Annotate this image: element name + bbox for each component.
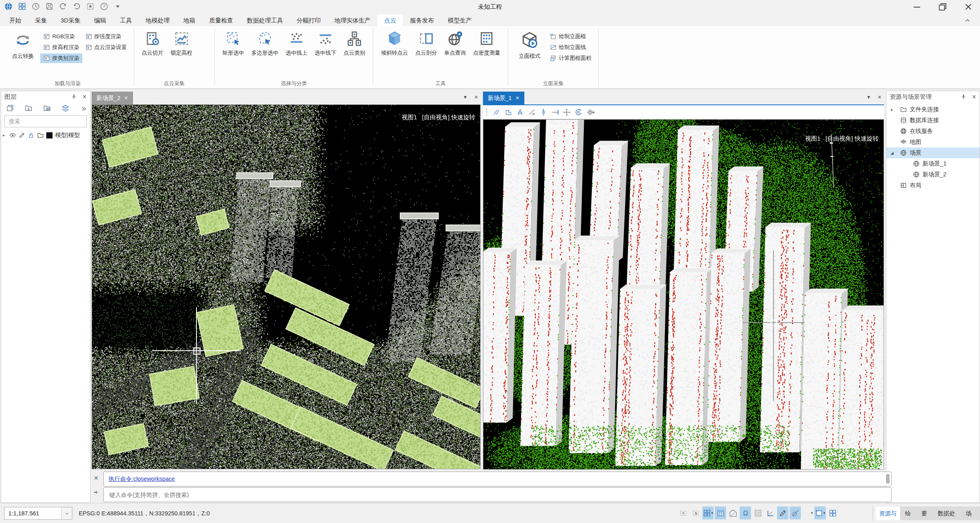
ribbon-tool-button[interactable]: 倾斜转点云	[377, 29, 412, 57]
expander-icon[interactable]: ▸	[3, 133, 7, 137]
quick-toolbar-icon[interactable]	[113, 2, 122, 11]
pin-icon[interactable]	[960, 94, 967, 100]
expander-icon[interactable]: ▸	[890, 107, 894, 112]
ribbon-tool-button[interactable]: 点云剖分	[412, 29, 441, 57]
restore-icon[interactable]	[935, 2, 950, 12]
menu-tab[interactable]: 3D采集	[54, 14, 87, 26]
facade-mode-button[interactable]: 立面模式	[512, 29, 547, 60]
menu-tab[interactable]: 地模处理	[139, 14, 176, 26]
tool-dropdown-caret[interactable]: ▾	[593, 110, 595, 114]
dock-tab[interactable]: 数据处	[933, 510, 961, 517]
chevron-down-icon[interactable]	[82, 118, 83, 124]
ribbon-tool-button[interactable]: 多边形选中	[248, 29, 282, 57]
tab-menu-caret-icon[interactable]: ▼	[463, 94, 468, 100]
statusbar-tool-icon[interactable]	[715, 507, 726, 519]
statusbar-tool-icon[interactable]	[765, 507, 776, 519]
menu-tab[interactable]: 服务发布	[403, 14, 441, 26]
tool-dropdown-caret[interactable]: ▾	[711, 511, 713, 515]
ribbon-small-button[interactable]: RGB渲染	[40, 32, 82, 41]
menu-tab[interactable]: 开始	[2, 14, 28, 26]
command-history-link[interactable]: 执行命令:closeworkspace	[108, 475, 175, 483]
color-swatch[interactable]	[46, 132, 53, 139]
ribbon-small-button[interactable]: 点云渲染设置	[82, 43, 130, 52]
command-close-icon[interactable]: ✕	[94, 475, 98, 481]
quick-toolbar-icon[interactable]	[59, 2, 68, 11]
command-input[interactable]	[108, 491, 886, 498]
menu-tab[interactable]: 地籍	[176, 14, 202, 26]
edit-tool-icon[interactable]	[516, 108, 524, 116]
dock-tab[interactable]: 场	[960, 510, 977, 517]
tab-close-icon[interactable]: ✕	[124, 95, 128, 101]
ribbon-small-button[interactable]: 按强度渲染	[82, 32, 130, 41]
ribbon-tool-button[interactable]: 点密度测量	[470, 29, 504, 57]
ribbon-tool-button[interactable]: 矩形选中	[219, 29, 248, 57]
minimize-icon[interactable]	[909, 2, 925, 12]
tree-row[interactable]: 布局	[886, 180, 980, 191]
statusbar-tool-icon[interactable]	[827, 507, 838, 519]
tree-row[interactable]: ◢ 场景	[886, 147, 980, 158]
tree-row[interactable]: 数据库连接	[886, 115, 980, 126]
ribbon-small-button[interactable]: 绘制立面框	[547, 32, 594, 41]
ribbon-tool-button[interactable]: 点云类别	[340, 29, 369, 57]
edit-tool-icon[interactable]	[493, 108, 501, 116]
dock-tab-resources[interactable]: 资源与	[876, 507, 900, 520]
close-icon[interactable]: ✕	[972, 94, 976, 100]
tree-row[interactable]: 地图	[886, 137, 980, 147]
eye-icon[interactable]	[9, 132, 16, 139]
tree-row[interactable]: ▸ 文件夹连接	[886, 104, 980, 115]
ribbon-collapse-icon[interactable]	[964, 17, 971, 24]
tree-row[interactable]: 新场景_1	[886, 158, 980, 169]
menu-tab[interactable]: 模型生产	[441, 14, 479, 26]
tab-close-icon[interactable]: ✕	[516, 95, 520, 101]
tool-dropdown-caret[interactable]: ▾	[823, 511, 825, 515]
tree-row[interactable]: 在线服务	[886, 126, 980, 137]
viewport-tab-scene1[interactable]: 新场景_1 ✕	[483, 92, 524, 104]
expander-icon[interactable]: ◢	[890, 151, 894, 155]
layers-toolbar-icon[interactable]	[25, 104, 33, 112]
menu-tab[interactable]: 地理实体生产	[327, 14, 377, 26]
edit-tool-icon[interactable]	[528, 108, 536, 116]
edit-tool-icon[interactable]	[539, 108, 548, 116]
menu-tab[interactable]: 数据处理工具	[240, 14, 290, 26]
lock-icon[interactable]	[28, 132, 35, 139]
viewport-tab-scene2[interactable]: 新场景_2 ✕	[92, 92, 133, 104]
statusbar-tool-icon[interactable]: ▾	[702, 507, 714, 519]
viewport-close-icon[interactable]: ✕	[474, 94, 478, 100]
layers-search-input[interactable]	[8, 118, 82, 125]
ribbon-small-button[interactable]: 计算图框面积	[547, 53, 594, 63]
ribbon-small-button[interactable]: 绘制立面线	[547, 43, 594, 52]
dock-tab[interactable]: 绘	[900, 510, 917, 517]
statusbar-tool-icon[interactable]	[690, 507, 701, 519]
close-icon[interactable]: ✕	[82, 94, 87, 100]
edit-tool-icon[interactable]	[551, 108, 559, 116]
menu-tab[interactable]: 工具	[113, 14, 139, 26]
statusbar-tool-icon[interactable]	[727, 507, 739, 519]
quick-toolbar-icon[interactable]	[72, 2, 81, 11]
statusbar-tool-icon[interactable]: ▾	[814, 507, 826, 519]
command-pin-icon[interactable]	[93, 489, 99, 495]
edit-tool-icon[interactable]	[504, 108, 513, 116]
quick-toolbar-icon[interactable]	[100, 2, 108, 11]
more-tools-icon[interactable]	[80, 106, 87, 112]
ribbon-small-button[interactable]: 按高程渲染	[40, 43, 82, 52]
ribbon-tool-button[interactable]: 选中线上	[282, 29, 311, 57]
menu-tab[interactable]: 质量检查	[202, 14, 240, 26]
statusbar-tool-icon[interactable]	[790, 507, 801, 519]
toolbar-grip[interactable]	[486, 108, 489, 116]
edit-tool-icon[interactable]	[563, 108, 571, 116]
ribbon-tool-button[interactable]: 点云切片	[138, 29, 167, 57]
dock-tab[interactable]: 要	[916, 510, 933, 517]
scale-combobox[interactable]: 1:1,187.561	[4, 507, 72, 520]
menu-tab[interactable]: 分幅打印	[290, 14, 327, 26]
statusbar-tool-icon[interactable]	[752, 507, 763, 519]
tree-row[interactable]: 新场景_2	[886, 169, 980, 180]
layer-row[interactable]: ▸ 模型|模型	[1, 129, 90, 141]
pin-icon[interactable]	[71, 94, 77, 100]
scrollbar-thumb[interactable]	[886, 474, 890, 484]
layers-toolbar-icon[interactable]	[43, 104, 51, 112]
ribbon-small-button[interactable]: 按类别渲染	[40, 53, 82, 63]
ribbon-tool-button[interactable]: 锁定高程	[167, 29, 196, 57]
viewport-close-icon[interactable]: ✕	[878, 94, 882, 100]
layers-toolbar-icon[interactable]	[6, 104, 14, 112]
quick-toolbar-icon[interactable]	[45, 2, 54, 11]
